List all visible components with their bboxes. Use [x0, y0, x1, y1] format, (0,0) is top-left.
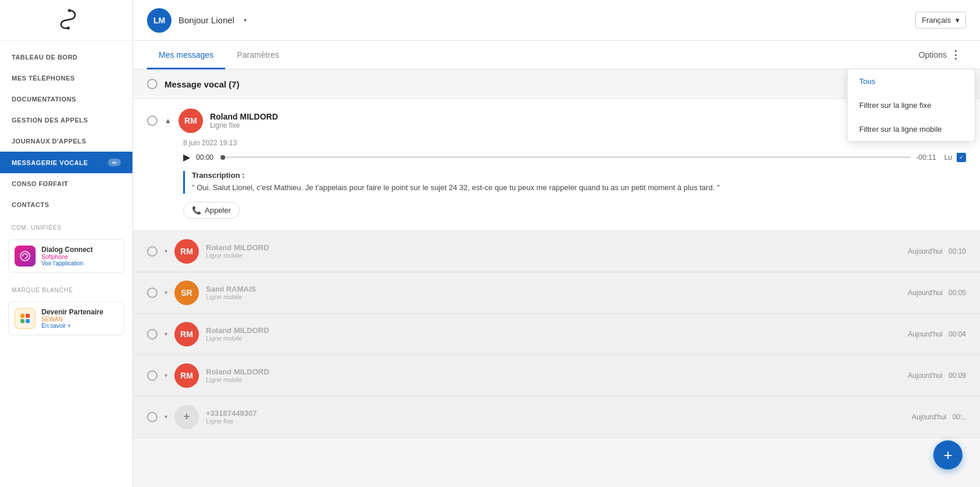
- lu-checkbox[interactable]: [957, 153, 966, 162]
- list-item-avatar-4: RM: [174, 363, 199, 388]
- list-item-avatar-1: RM: [174, 239, 199, 264]
- main-content: LM Bonjour Lionel ▾ Français ▾ Mes messa…: [133, 0, 980, 487]
- user-menu-chevron-icon[interactable]: ▾: [244, 17, 247, 23]
- transcription-block: Transcription : " Oui. Salut Lionel, c'e…: [183, 171, 966, 194]
- sidebar-item-journaux-appels[interactable]: JOURNAUX D'APPELS: [0, 131, 132, 152]
- options-button[interactable]: Options ⋮: [914, 45, 966, 65]
- svg-rect-4: [26, 314, 30, 318]
- list-item-avatar-3: RM: [174, 322, 199, 346]
- sidebar-item-tableau-de-bord[interactable]: TABLEAU DE BORD: [0, 47, 132, 68]
- fab-button[interactable]: +: [933, 440, 963, 470]
- contact-name: Roland MILDORD: [210, 112, 278, 121]
- list-item-radio-3[interactable]: [147, 329, 158, 339]
- app-logo-icon: [55, 6, 78, 35]
- list-item-chevron-4[interactable]: ▾: [164, 372, 167, 379]
- sidebar-navigation: TABLEAU DE BORD MES TÉLÉPHONES DOCUMENTA…: [0, 41, 132, 487]
- dialog-connect-info: Dialog Connect Softphone Voir l'applicat…: [41, 246, 118, 267]
- tab-parametres[interactable]: Paramètres: [225, 41, 290, 69]
- dropdown-item-filtre-mobile[interactable]: Filtrer sur la ligne mobile: [848, 117, 975, 141]
- list-item-time-5: Aujourd'hui 00:..: [912, 413, 966, 421]
- expanded-message-header-row: ▲ RM Roland MILDORD Ligne fixe 🗑 Supprim…: [147, 108, 966, 133]
- sidebar-item-contacts[interactable]: CONTACTS: [0, 194, 132, 215]
- list-item-name-3: Roland MILDORD: [206, 326, 269, 335]
- dropdown-item-tous[interactable]: Tous: [848, 69, 975, 93]
- expanded-radio[interactable]: [147, 115, 158, 126]
- dropdown-item-filtre-fixe[interactable]: Filtrer sur la ligne fixe: [848, 93, 975, 117]
- app-card-dialog-connect[interactable]: Dialog Connect Softphone Voir l'applicat…: [8, 239, 124, 273]
- sidebar-logo: [0, 0, 132, 41]
- list-item-line-4: Ligne mobile: [206, 376, 269, 383]
- list-item[interactable]: ▾ SR Sami RAMAIS Ligne mobile Aujourd'hu…: [133, 272, 980, 314]
- tab-mes-messages[interactable]: Mes messages: [147, 41, 225, 69]
- list-item-time-3: Aujourd'hui 00:04: [908, 330, 966, 338]
- list-item-avatar-2: SR: [174, 281, 199, 305]
- list-item-line-3: Ligne mobile: [206, 335, 269, 342]
- section-label-com-unifiees: COM. UNIFIÉES: [0, 215, 132, 234]
- sewan-icon: [15, 308, 36, 329]
- call-back-button[interactable]: 📞 Appeler: [183, 202, 240, 219]
- list-item-time-2: Aujourd'hui 00:05: [908, 289, 966, 297]
- audio-start-time: 00:00: [196, 153, 215, 162]
- sidebar-item-conso-forfait[interactable]: CONSO FORFAIT: [0, 173, 132, 194]
- sewan-info: Devenir Partenaire SEWAN En savoir +: [41, 308, 118, 329]
- lang-chevron-icon: ▾: [956, 16, 960, 24]
- audio-progress-bar[interactable]: [220, 156, 911, 158]
- list-item-line-5: Ligne fixe: [206, 418, 257, 425]
- list-item-radio-4[interactable]: [147, 370, 158, 381]
- list-item-name-1: Roland MILDORD: [206, 243, 269, 252]
- svg-point-2: [20, 251, 30, 261]
- list-item-chevron-5[interactable]: ▾: [164, 414, 167, 420]
- list-item-avatar-5: +: [174, 405, 199, 429]
- sidebar-item-messagerie-vocale[interactable]: MESSAGERIE VOCALE ∞: [0, 152, 132, 173]
- list-item-name-4: Roland MILDORD: [206, 367, 269, 376]
- list-item-time-4: Aujourd'hui 00:09: [908, 372, 966, 380]
- list-item-line-1: Ligne mobile: [206, 252, 269, 259]
- options-dots-icon: ⋮: [950, 48, 961, 61]
- list-item-radio-2[interactable]: [147, 288, 158, 298]
- list-item-contact-4: Roland MILDORD Ligne mobile: [206, 367, 269, 383]
- list-item-name-5: +33187449307: [206, 409, 257, 418]
- play-button[interactable]: ▶: [183, 152, 190, 163]
- contact-info: Roland MILDORD Ligne fixe: [210, 112, 278, 129]
- lu-label: Lu: [944, 153, 952, 162]
- list-item-chevron-2[interactable]: ▾: [164, 289, 167, 296]
- list-item-chevron-3[interactable]: ▾: [164, 331, 167, 337]
- tabs-container: Mes messages Paramètres: [147, 41, 291, 69]
- list-item-contact-1: Roland MILDORD Ligne mobile: [206, 243, 269, 259]
- list-item[interactable]: ▾ RM Roland MILDORD Ligne mobile Aujourd…: [133, 314, 980, 355]
- sidebar-item-gestion-des-appels[interactable]: GESTION DES APPELS: [0, 110, 132, 131]
- user-greeting: Bonjour Lionel: [178, 15, 235, 25]
- list-item-contact-3: Roland MILDORD Ligne mobile: [206, 326, 269, 342]
- list-item-chevron-1[interactable]: ▾: [164, 248, 167, 254]
- transcription-text: " Oui. Salut Lionel, c'est Mathieu. Je t…: [192, 182, 966, 194]
- user-info[interactable]: LM Bonjour Lionel ▾: [147, 8, 247, 33]
- list-item-radio-5[interactable]: [147, 412, 158, 422]
- phone-icon: 📞: [192, 206, 201, 215]
- contact-avatar: RM: [178, 108, 203, 133]
- list-item[interactable]: ▾ RM Roland MILDORD Ligne mobile Aujourd…: [133, 355, 980, 397]
- list-item-radio-1[interactable]: [147, 246, 158, 257]
- list-item[interactable]: ▾ RM Roland MILDORD Ligne mobile Aujourd…: [133, 231, 980, 272]
- svg-rect-6: [26, 319, 30, 323]
- sidebar-item-documentations[interactable]: DOCUMENTATIONS: [0, 89, 132, 110]
- contact-line: Ligne fixe: [210, 121, 278, 129]
- messagerie-vocale-badge: ∞: [108, 159, 121, 166]
- options-dropdown: Tous Filtrer sur la ligne fixe Filtrer s…: [847, 69, 975, 142]
- audio-end-time: -00:11: [916, 153, 936, 162]
- dialog-connect-icon: [15, 246, 36, 267]
- audio-progress-dot: [220, 155, 225, 160]
- list-item-time-1: Aujourd'hui 00:10: [908, 247, 966, 255]
- sidebar-item-mes-telephones[interactable]: MES TÉLÉPHONES: [0, 68, 132, 89]
- list-item[interactable]: ▾ + +33187449307 Ligne fixe Aujourd'hui …: [133, 397, 980, 438]
- list-item-contact-5: +33187449307 Ligne fixe: [206, 409, 257, 425]
- transcription-label: Transcription :: [192, 171, 966, 180]
- list-item-name-2: Sami RAMAIS: [206, 285, 256, 293]
- collapse-chevron-icon[interactable]: ▲: [164, 117, 172, 125]
- tabs-bar: Mes messages Paramètres Options ⋮ Tous F…: [133, 41, 980, 69]
- svg-rect-5: [20, 319, 24, 323]
- language-selector[interactable]: Français ▾: [915, 12, 966, 29]
- avatar: LM: [147, 8, 172, 33]
- app-card-sewan[interactable]: Devenir Partenaire SEWAN En savoir +: [8, 302, 124, 335]
- sidebar: TABLEAU DE BORD MES TÉLÉPHONES DOCUMENTA…: [0, 0, 133, 487]
- message-vocal-radio[interactable]: [147, 79, 158, 89]
